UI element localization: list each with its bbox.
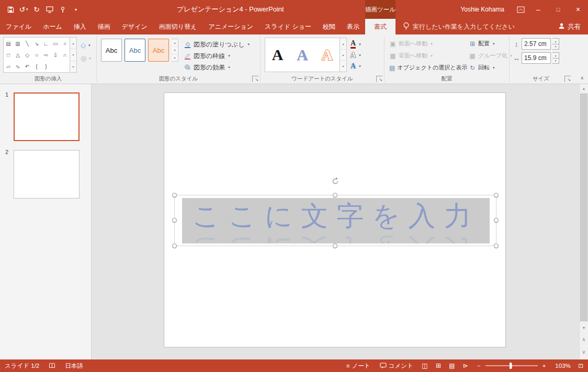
edit-shape-button[interactable]: ◇▾ (81, 41, 91, 49)
proofing-icon[interactable] (44, 359, 60, 372)
wordart-preset-3[interactable]: A (315, 38, 340, 72)
tab-design[interactable]: デザイン (116, 19, 153, 34)
shape-style-preset-1[interactable]: Abc (101, 39, 122, 62)
user-name[interactable]: Yoshie Kohama (460, 6, 504, 13)
gallery-up-icon[interactable]: ▴ (340, 38, 346, 50)
gallery-up-icon[interactable]: ▴ (70, 38, 76, 49)
scroll-up-icon[interactable]: ▲ (580, 84, 588, 93)
customize-qat-icon[interactable]: ▾ (70, 3, 82, 16)
shape-icon[interactable]: ↶ (22, 61, 32, 72)
selection-handle-s[interactable] (333, 243, 337, 248)
shape-outline-button[interactable]: 図形の枠線 ▾ (182, 50, 251, 62)
shape-style-preset-3[interactable]: Abc (148, 39, 169, 62)
shape-icon[interactable]: ▱ (4, 61, 13, 72)
wordart-placeholder-text[interactable]: ここに文字を入力 (182, 198, 490, 235)
zoom-level[interactable]: 103% (550, 359, 573, 372)
touch-mode-icon[interactable] (56, 3, 69, 16)
tab-file[interactable]: ファイル (0, 19, 37, 34)
tab-insert[interactable]: 挿入 (68, 19, 92, 34)
step-up-icon[interactable]: ▴ (552, 53, 559, 59)
share-button[interactable]: 共有 (551, 19, 588, 34)
selection-handle-e[interactable] (494, 218, 499, 223)
wordart-preset-1[interactable]: A (265, 38, 290, 72)
shape-icon[interactable]: ○ (60, 38, 70, 49)
fit-to-window-icon[interactable]: ⊡ (573, 359, 588, 372)
shape-icon[interactable]: ↘ (32, 38, 41, 49)
text-effects-button[interactable]: A▾ (350, 61, 361, 72)
tab-slideshow[interactable]: スライド ショー (259, 19, 317, 34)
shape-icon[interactable]: □ (4, 49, 13, 61)
shape-icon[interactable]: ╲ (22, 38, 32, 49)
tab-review[interactable]: 校閲 (317, 19, 341, 34)
align-button[interactable]: ⊞ 配置 ▾ (467, 38, 514, 50)
selection-handle-nw[interactable] (172, 193, 177, 197)
shape-icon[interactable]: } (41, 61, 51, 72)
slide-counter[interactable]: スライド 1/2 (0, 359, 44, 372)
shape-effects-button[interactable]: 図形の効果 ▾ (182, 62, 251, 73)
reading-view-button[interactable]: ▤ (445, 359, 459, 372)
shape-icon[interactable]: ○ (32, 49, 41, 61)
slide-canvas[interactable]: ここに文字を入力 ここに文字を入力 (164, 92, 506, 347)
tab-animations[interactable]: アニメーション (202, 19, 259, 34)
start-slideshow-icon[interactable] (43, 3, 56, 16)
shape-icon[interactable]: { (32, 61, 41, 72)
selection-handle-n[interactable] (333, 193, 337, 197)
tell-me-box[interactable]: 実行したい作業を入力してください (403, 19, 515, 34)
step-down-icon[interactable]: ▾ (552, 44, 559, 50)
slide-thumbnail-1[interactable] (14, 92, 80, 141)
selection-handle-w[interactable] (172, 218, 177, 223)
save-icon[interactable] (4, 3, 17, 16)
zoom-in-button[interactable]: + (538, 359, 551, 372)
comments-button[interactable]: コメント (375, 359, 418, 372)
shape-icon[interactable]: ▤ (4, 38, 13, 49)
gallery-down-icon[interactable]: ▾ (172, 47, 178, 54)
step-up-icon[interactable]: ▴ (552, 39, 559, 44)
vertical-scrollbar[interactable]: ▲ ▼ ∧ ∨ (579, 84, 588, 359)
selection-handle-sw[interactable] (172, 243, 177, 248)
language-indicator[interactable]: 日本語 (60, 359, 88, 372)
close-button[interactable]: × (568, 0, 588, 19)
tab-transitions[interactable]: 画面切り替え (153, 19, 203, 34)
shape-icon[interactable]: ⇨ (41, 49, 51, 61)
gallery-down-icon[interactable]: ▾ (70, 49, 76, 61)
selection-handle-ne[interactable] (494, 193, 499, 197)
gallery-more-icon[interactable]: ▾ (172, 54, 178, 61)
collapse-ribbon-icon[interactable]: ∧ (580, 75, 584, 80)
slideshow-view-button[interactable]: ⊳ (459, 359, 472, 372)
shape-style-preset-2[interactable]: Abc (125, 39, 145, 62)
gallery-down-icon[interactable]: ▾ (340, 50, 346, 61)
step-down-icon[interactable]: ▾ (552, 59, 559, 64)
rotation-handle[interactable] (330, 176, 341, 187)
gallery-more-icon[interactable]: ▾ (70, 61, 76, 72)
previous-slide-button[interactable]: ∧ (580, 335, 588, 344)
shape-icon[interactable]: ∩ (60, 49, 70, 61)
text-outline-button[interactable]: A▾ (350, 50, 361, 61)
maximize-button[interactable]: □ (548, 0, 568, 19)
scroll-down-icon[interactable]: ▼ (580, 323, 588, 332)
scrollbar-thumb[interactable] (580, 94, 587, 321)
shape-icon[interactable]: ⇩ (51, 49, 60, 61)
shape-icon[interactable]: ◇ (22, 49, 32, 61)
wordart-selection-box[interactable]: ここに文字を入力 ここに文字を入力 (174, 195, 496, 246)
wordart-preset-2[interactable]: A (290, 38, 314, 72)
shape-icon[interactable]: ∟ (41, 38, 51, 49)
zoom-slider[interactable] (485, 359, 538, 372)
gallery-up-icon[interactable]: ▴ (172, 39, 178, 47)
tab-format[interactable]: 書式 描画ツール (365, 19, 395, 34)
shape-icon[interactable]: ▭ (51, 38, 60, 49)
selection-pane-button[interactable]: ▤ オブジェクトの選択と表示 (388, 62, 466, 74)
zoom-slider-thumb[interactable] (510, 363, 512, 369)
ribbon-display-options-icon[interactable] (513, 0, 528, 19)
shape-fill-button[interactable]: 図形の塗りつぶし ▾ (182, 39, 251, 50)
normal-view-button[interactable]: ◫ (418, 359, 432, 372)
shape-icon[interactable]: △ (13, 49, 22, 61)
shape-height-input[interactable] (522, 38, 551, 50)
undo-button[interactable]: ↺▾ (17, 3, 30, 16)
selection-handle-se[interactable] (494, 243, 499, 248)
tab-view[interactable]: 表示 (341, 19, 365, 34)
rotate-button[interactable]: ↻ 回転 ▾ (467, 62, 514, 74)
tab-draw[interactable]: 描画 (92, 19, 116, 34)
notes-button[interactable]: ≡ノート (342, 359, 375, 372)
redo-icon[interactable]: ↻ (30, 3, 43, 16)
tab-home[interactable]: ホーム (37, 19, 68, 34)
